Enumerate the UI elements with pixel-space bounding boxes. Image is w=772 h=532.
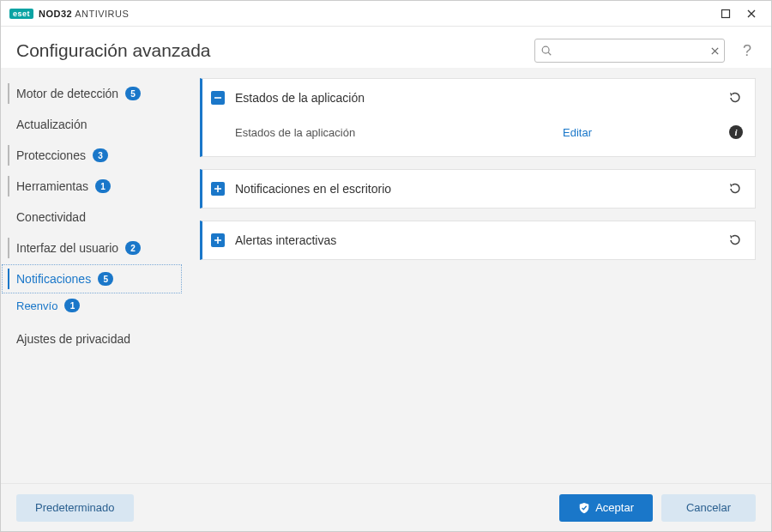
setting-row-app-states: Estados de la aplicación Editar i: [235, 120, 743, 144]
sidebar-item-label: Conectividad: [16, 210, 86, 224]
sidebar-item-label: Notificaciones: [16, 272, 91, 286]
titlebar: eset NOD32 ANTIVIRUS: [1, 1, 771, 27]
edit-link[interactable]: Editar: [563, 126, 592, 139]
main-content: Estados de la aplicación Estados de la a…: [190, 68, 771, 483]
svg-rect-2: [214, 97, 221, 99]
setting-label: Estados de la aplicación: [235, 126, 563, 139]
help-button[interactable]: ?: [739, 42, 756, 59]
sidebar-item-update[interactable]: Actualización: [1, 109, 183, 140]
panel-reset-button[interactable]: [726, 89, 743, 106]
search-box[interactable]: [534, 39, 725, 63]
accept-button[interactable]: Aceptar: [559, 494, 653, 522]
sidebar-subitem-forwarding[interactable]: Reenvío 1: [1, 294, 183, 317]
shield-icon: [578, 502, 590, 514]
panel-desktop-notifications: Notificaciones en el escritorio: [200, 169, 756, 209]
info-icon[interactable]: i: [729, 125, 743, 139]
panel-app-states: Estados de la aplicación Estados de la a…: [200, 78, 756, 157]
search-clear-button[interactable]: [705, 46, 724, 56]
undo-icon: [727, 233, 741, 247]
collapse-icon: [211, 91, 225, 105]
brand-badge: eset: [9, 9, 33, 19]
body: Motor de detección 5 Actualización Prote…: [1, 68, 771, 483]
app-window: eset NOD32 ANTIVIRUS Configuración avanz…: [0, 0, 772, 532]
undo-icon: [727, 91, 741, 105]
brand-text-bold: NOD32: [39, 9, 72, 19]
brand: eset NOD32 ANTIVIRUS: [9, 9, 129, 19]
svg-rect-6: [217, 237, 219, 244]
panel-title: Notificaciones en el escritorio: [235, 182, 726, 196]
maximize-icon: [721, 9, 731, 19]
sidebar-item-tools[interactable]: Herramientas 1: [1, 171, 183, 202]
x-icon: [710, 46, 720, 56]
panel-header[interactable]: Alertas interactivas: [202, 221, 755, 259]
accept-button-label: Aceptar: [595, 501, 634, 514]
sidebar-item-detection-engine[interactable]: Motor de detección 5: [1, 78, 183, 109]
undo-icon: [727, 182, 741, 196]
sidebar-item-privacy[interactable]: Ajustes de privacidad: [1, 323, 183, 354]
sidebar-subitem-badge: 1: [64, 299, 80, 312]
cancel-button[interactable]: Cancelar: [661, 494, 756, 522]
panel-header[interactable]: Notificaciones en el escritorio: [202, 170, 755, 208]
panel-reset-button[interactable]: [726, 180, 743, 197]
search-icon: [540, 45, 552, 57]
sidebar-item-label: Motor de detección: [16, 87, 118, 100]
panel-interactive-alerts: Alertas interactivas: [200, 221, 756, 260]
sidebar-item-connectivity[interactable]: Conectividad: [1, 202, 183, 233]
sidebar-item-badge: 2: [125, 241, 141, 255]
sidebar-item-badge: 5: [125, 87, 141, 100]
brand-text: NOD32 ANTIVIRUS: [39, 9, 129, 19]
header: Configuración avanzada ?: [1, 27, 771, 68]
sidebar-item-label: Ajustes de privacidad: [16, 332, 130, 346]
panel-title: Estados de la aplicación: [235, 91, 726, 105]
sidebar-item-badge: 1: [95, 179, 111, 193]
sidebar-item-label: Interfaz del usuario: [16, 241, 118, 255]
window-maximize-button[interactable]: [713, 3, 739, 24]
svg-rect-0: [722, 9, 730, 17]
sidebar-item-notifications[interactable]: Notificaciones 5: [1, 263, 183, 294]
search-input[interactable]: [552, 39, 705, 62]
footer: Predeterminado Aceptar Cancelar: [1, 483, 771, 531]
page-title: Configuración avanzada: [16, 40, 524, 61]
sidebar-item-label: Actualización: [16, 118, 87, 131]
panel-reset-button[interactable]: [726, 232, 743, 249]
sidebar-item-protections[interactable]: Protecciones 3: [1, 140, 183, 171]
svg-point-1: [542, 46, 549, 53]
sidebar-subitem-label: Reenvío: [16, 299, 57, 312]
panel-body: Estados de la aplicación Editar i: [202, 117, 755, 156]
expand-icon: [211, 182, 225, 196]
window-close-button[interactable]: [739, 3, 764, 24]
default-button[interactable]: Predeterminado: [16, 494, 134, 522]
sidebar-item-badge: 5: [98, 272, 113, 286]
sidebar-item-badge: 3: [93, 148, 108, 162]
sidebar-item-label: Herramientas: [16, 179, 88, 193]
sidebar-item-label: Protecciones: [16, 148, 86, 162]
expand-icon: [211, 233, 225, 247]
brand-text-rest: ANTIVIRUS: [75, 9, 129, 19]
close-icon: [746, 9, 757, 19]
panel-header[interactable]: Estados de la aplicación: [202, 79, 755, 117]
sidebar: Motor de detección 5 Actualización Prote…: [1, 68, 190, 483]
sidebar-item-ui[interactable]: Interfaz del usuario 2: [1, 233, 183, 263]
panel-title: Alertas interactivas: [235, 233, 726, 247]
svg-rect-4: [217, 185, 219, 192]
